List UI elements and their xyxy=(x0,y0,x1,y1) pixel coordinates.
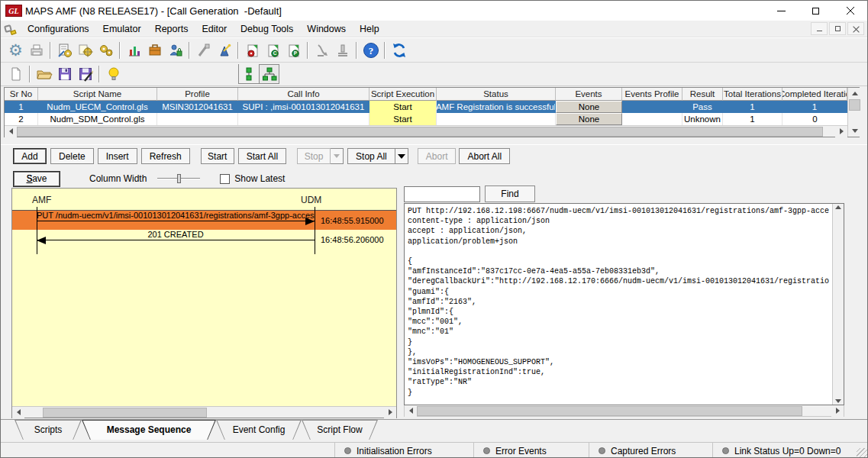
resize-grip[interactable] xyxy=(857,448,867,458)
call-events-doc-icon[interactable]: C xyxy=(263,40,283,60)
menu-help[interactable]: Help xyxy=(353,21,386,37)
child-window-icon[interactable] xyxy=(4,24,16,34)
scroll-up-icon[interactable] xyxy=(848,88,861,99)
menu-configurations[interactable]: Configurations xyxy=(21,21,96,37)
scroll-left-icon[interactable] xyxy=(5,126,17,137)
col-header-call-info[interactable]: Call Info xyxy=(238,88,369,101)
status-initialisation-errors[interactable]: Initialisation Errors xyxy=(334,443,473,458)
col-header-completed-iterations[interactable]: Completed Iteratio xyxy=(782,88,847,101)
settings-gear-icon[interactable]: ⚙ xyxy=(5,40,26,60)
script-wizard-icon[interactable] xyxy=(214,40,234,60)
delete-button[interactable]: Delete xyxy=(50,148,94,164)
events-cell[interactable]: None xyxy=(556,113,622,125)
table-horizontal-scrollbar[interactable] xyxy=(5,125,847,137)
close-button[interactable] xyxy=(833,1,867,21)
column-width-slider[interactable] xyxy=(157,178,200,179)
menu-windows[interactable]: Windows xyxy=(300,21,353,37)
col-header-script-execution[interactable]: Script Execution xyxy=(369,88,437,101)
refresh-button[interactable]: Refresh xyxy=(141,148,190,164)
detail-horizontal-scrollbar[interactable] xyxy=(404,405,844,417)
col-header-events-profile[interactable]: Events Profile xyxy=(622,88,682,101)
abort-all-button[interactable]: Abort All xyxy=(459,148,510,164)
sequence-tree-icon[interactable] xyxy=(259,64,279,84)
start-script-cell[interactable]: Start xyxy=(369,101,437,113)
results-chart-icon[interactable] xyxy=(124,40,144,60)
menu-reports[interactable]: Reports xyxy=(148,21,195,37)
scroll-up-icon[interactable] xyxy=(835,205,841,209)
link-signal-up-icon[interactable] xyxy=(332,40,353,60)
scroll-right-icon[interactable] xyxy=(835,126,847,137)
col-header-events[interactable]: Events xyxy=(556,88,622,101)
col-header-result[interactable]: Result xyxy=(682,88,723,101)
maximize-button[interactable] xyxy=(799,1,833,21)
start-all-button[interactable]: Start All xyxy=(238,148,286,164)
message-detail-text[interactable]: PUT http://192.168.12.198:6667/nudm-uecm… xyxy=(405,204,832,405)
save-button[interactable]: SSave xyxy=(13,171,60,187)
col-header-profile[interactable]: Profile xyxy=(157,88,238,101)
scroll-right-icon[interactable] xyxy=(831,405,844,417)
scrollbar-thumb[interactable] xyxy=(849,99,860,111)
col-header-sr-no[interactable]: Sr No xyxy=(5,88,38,101)
col-header-status[interactable]: Status xyxy=(437,88,556,101)
events-cell[interactable]: None xyxy=(556,101,622,113)
mdi-close-button[interactable] xyxy=(847,22,864,35)
link-signal-down-icon[interactable] xyxy=(311,40,332,60)
tab-scripts[interactable]: Scripts xyxy=(15,420,82,440)
menu-debug-tools[interactable]: Debug Tools xyxy=(234,21,300,37)
scroll-down-icon[interactable] xyxy=(848,125,861,137)
new-file-icon[interactable] xyxy=(5,64,26,84)
menu-emulator[interactable]: Emulator xyxy=(96,21,148,37)
open-folder-icon[interactable] xyxy=(34,64,54,84)
status-captured-errors[interactable]: Captured Errors xyxy=(589,443,712,458)
tab-script-flow[interactable]: Script Flow xyxy=(302,420,378,440)
menu-editor[interactable]: Editor xyxy=(195,21,234,37)
slider-thumb[interactable] xyxy=(177,174,181,183)
stop-all-button[interactable]: Stop All xyxy=(347,148,395,164)
print-preview-icon[interactable] xyxy=(26,40,47,60)
toolbar-separator xyxy=(237,42,239,59)
find-input[interactable] xyxy=(404,186,480,202)
help-icon[interactable]: ? xyxy=(360,40,381,60)
start-button[interactable]: Start xyxy=(201,148,234,164)
minimize-button[interactable] xyxy=(764,1,799,21)
tab-event-config[interactable]: Event Config xyxy=(216,420,302,440)
scrollbar-thumb[interactable] xyxy=(17,127,823,137)
insert-button[interactable]: Insert xyxy=(98,148,137,164)
refresh-sync-icon[interactable] xyxy=(389,40,409,60)
save-icon[interactable] xyxy=(54,64,75,84)
scroll-right-icon[interactable] xyxy=(384,407,396,418)
detail-vertical-scrollbar[interactable] xyxy=(832,204,844,405)
status-link-status[interactable]: Link Status Up=0 Down=0 xyxy=(712,443,855,458)
scroll-left-icon[interactable] xyxy=(12,407,24,418)
scrollbar-thumb[interactable] xyxy=(43,408,207,418)
scrollbar-thumb[interactable] xyxy=(417,406,802,416)
mdi-restore-button[interactable] xyxy=(829,22,846,35)
mdi-minimize-button[interactable] xyxy=(811,22,828,35)
table-row[interactable]: 2 Nudm_SDM_Control.gls Start None Unknow… xyxy=(5,113,847,125)
profile-editor-icon[interactable] xyxy=(75,40,95,60)
table-vertical-scrollbar[interactable] xyxy=(847,88,860,137)
cleanup-brush-icon[interactable] xyxy=(193,40,214,60)
col-header-total-iterations[interactable]: Total Iterations xyxy=(723,88,782,101)
record-events-doc-icon[interactable] xyxy=(242,40,263,60)
hint-bulb-icon[interactable] xyxy=(103,64,124,84)
col-header-script-name[interactable]: Script Name xyxy=(38,88,157,101)
start-script-cell[interactable]: Start xyxy=(369,113,437,125)
scroll-down-icon[interactable] xyxy=(835,399,841,403)
stop-all-dropdown-icon[interactable] xyxy=(395,148,408,164)
captured-events-doc-icon[interactable]: P xyxy=(283,40,304,60)
scroll-left-icon[interactable] xyxy=(405,405,417,417)
save-as-icon[interactable] xyxy=(75,64,95,84)
tab-message-sequence[interactable]: Message Sequence xyxy=(82,420,216,440)
ladder-horizontal-scrollbar[interactable] xyxy=(12,406,396,418)
global-config-icon[interactable] xyxy=(95,40,116,60)
find-button[interactable]: Find xyxy=(485,185,535,202)
table-row[interactable]: 1 Nudm_UECM_Control.gls MSIN3012041631 S… xyxy=(5,101,847,113)
add-button[interactable]: Add xyxy=(13,148,47,164)
testbed-briefcase-icon[interactable] xyxy=(144,40,165,60)
script-editor-icon[interactable] xyxy=(54,40,75,60)
sequence-vertical-icon[interactable] xyxy=(238,64,259,84)
user-profile-lock-icon[interactable] xyxy=(165,40,186,60)
status-error-events[interactable]: Error Events xyxy=(473,443,589,458)
show-latest-checkbox[interactable] xyxy=(220,174,230,184)
